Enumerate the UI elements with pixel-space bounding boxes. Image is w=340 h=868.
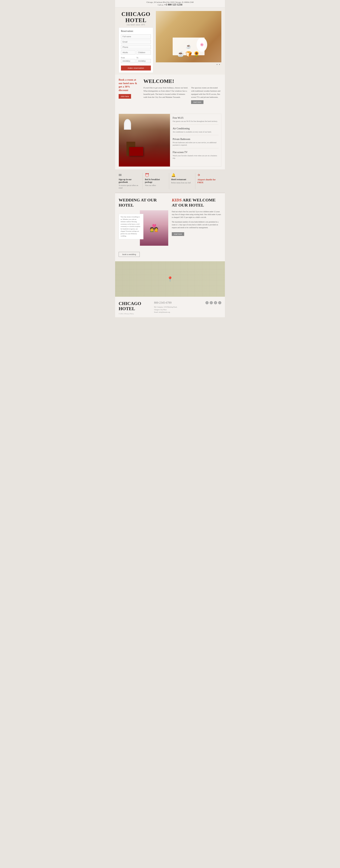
amenity-ac-title: Air Conditioning — [173, 127, 218, 130]
welcome-heading: Welcome! — [144, 78, 221, 84]
footer-address-line2: Glasgow City Place — [154, 308, 202, 311]
bell-icon: 🔔 — [171, 173, 193, 177]
footer-copyright: © 2011 | Privacy Policy — [119, 313, 151, 315]
plane-icon: ✈ — [197, 173, 219, 177]
footer-title: Chicago Hotel — [119, 301, 151, 311]
top-bar: Chicago, 28 Jackson Blvd Ste 1020 Chicag… — [115, 0, 225, 7]
amenity-wifi-desc: Our guests can use Wi-Fi for free throug… — [173, 120, 218, 123]
hotel-title: Chicago Hotel — [119, 11, 153, 23]
footer-address: My Company, 1234 Mainting Road, Glasgow … — [154, 306, 202, 313]
footer-right: f g+ in t — [206, 301, 221, 314]
promo-text: Book a room at our hotel now & get a 30%… — [119, 78, 140, 92]
amenities-list: Free Wi-Fi Our guests can use Wi-Fi for … — [170, 114, 221, 166]
phone-number: +1 800 123 1234 — [164, 3, 182, 6]
room-image — [119, 114, 170, 166]
hero-left: Chicago Hotel city hotel since 1975 Rese… — [119, 11, 156, 73]
from-label: From — [121, 57, 135, 59]
mail-icon: ✉ — [119, 173, 141, 177]
adults-input[interactable] — [121, 50, 135, 55]
kids-heading: Kids are Welcome at our Hotel — [172, 197, 221, 208]
reservation-heading: Reservation: — [121, 30, 151, 33]
wedding-image-box: Your day means everything to us. Whether… — [119, 210, 168, 249]
welcome-content: Welcome! If you'd like to get away from … — [144, 78, 221, 104]
phone-input[interactable] — [121, 45, 151, 49]
footer-section: Chicago Hotel © 2011 | Privacy Policy 80… — [115, 297, 225, 317]
amenities-section: Free Wi-Fi Our guests can use Wi-Fi for … — [115, 111, 225, 169]
twitter-icon[interactable]: t — [218, 301, 221, 304]
service-restaurant: 🔔 Hotel restaurant Perfect menu from our… — [169, 173, 195, 189]
hero-section: Chicago Hotel city hotel since 1975 Rese… — [115, 7, 225, 74]
amenities-inner: Free Wi-Fi Our guests can use Wi-Fi for … — [119, 114, 221, 167]
amenity-tv-desc: Watch your favorite channels even when y… — [173, 154, 218, 159]
linkedin-icon[interactable]: in — [214, 301, 217, 304]
footer-address-line3: Email: info@domain.org — [154, 311, 202, 313]
welcome-section: Book a room at our hotel now & get a 30%… — [115, 74, 225, 111]
service-breakfast[interactable]: ⏰ Bed & breakfast package View our offer… — [143, 173, 169, 189]
click-here-button[interactable]: click here — [119, 94, 131, 99]
hotel-logo: Chicago Hotel city hotel since 1975 — [119, 11, 153, 26]
hero-right: ☕ 🌸 • • — [156, 11, 221, 73]
service-restaurant-title: Hotel restaurant — [171, 178, 193, 181]
kids-col: Kids are Welcome at our Hotel Find out w… — [172, 197, 221, 257]
googleplus-icon[interactable]: g+ — [210, 301, 213, 304]
welcome-text-right: The spacious rooms are decorated with tr… — [191, 86, 221, 99]
fullname-input[interactable] — [121, 34, 151, 39]
kids-heading-red: Kids — [172, 198, 182, 202]
amenity-ac-desc: Air-conditioner is available at every ro… — [173, 131, 218, 133]
services-section: ✉ Sign up in our guestbook To receive sp… — [115, 169, 225, 193]
service-guestbook-desc: To receive special offers on email — [119, 184, 141, 189]
footer-left: Chicago Hotel © 2011 | Privacy Policy — [119, 301, 151, 314]
services-grid: ✉ Sign up in our guestbook To receive sp… — [119, 173, 221, 189]
amenity-wifi: Free Wi-Fi Our guests can use Wi-Fi for … — [173, 117, 218, 125]
social-icons: f g+ in t — [206, 301, 221, 304]
wedding-text-box: Your day means everything to us. Whether… — [119, 214, 144, 239]
from-date-input[interactable] — [121, 59, 135, 63]
map-pin-icon: 📍 — [167, 276, 173, 282]
hotel-subtitle: city hotel since 1975 — [119, 24, 153, 26]
kids-read-more-button[interactable]: read more — [172, 232, 184, 236]
address-line: Chicago, 28 Jackson Blvd Ste 1020 Chicag… — [115, 1, 225, 3]
wedding-col: Wedding at our hotel Your day means ever… — [119, 197, 168, 257]
service-guestbook-title: Sign up in our guestbook — [119, 178, 141, 184]
amenity-tv: Flat-screen TV Watch your favorite chann… — [173, 151, 218, 161]
service-airport-title: Airport shuttle for FREE — [197, 178, 219, 184]
service-breakfast-desc: View our offers — [145, 184, 167, 187]
amenity-bathroom-title: Private Bathroom — [173, 138, 218, 141]
reservation-form: Reservation: From To make reservation — [119, 27, 153, 73]
service-guestbook: ✉ Sign up in our guestbook To receive sp… — [119, 173, 143, 189]
to-date-input[interactable] — [136, 59, 151, 63]
wedding-body: Your day means everything to us. Whether… — [121, 216, 142, 237]
wedding-kids-section: Wedding at our hotel Your day means ever… — [115, 193, 225, 261]
amenity-ac: Air Conditioning Air-conditioner is avai… — [173, 127, 218, 135]
amenity-bathroom: Private Bathroom Private bathroom and to… — [173, 138, 218, 148]
kids-text2: The maximum number of extra beds/childre… — [172, 221, 221, 229]
promo-block: Book a room at our hotel now & get a 30%… — [119, 78, 140, 104]
wedding-heading: Wedding at our hotel — [119, 197, 168, 208]
service-breakfast-title: Bed & breakfast package — [145, 178, 167, 184]
make-reservation-button[interactable]: make reservation — [121, 66, 151, 70]
to-label: To — [136, 57, 151, 59]
wedding-image-inner: 💑 — [140, 210, 168, 246]
facebook-icon[interactable]: f — [206, 301, 209, 304]
service-airport: ✈ Airport shuttle for FREE — [195, 173, 221, 189]
clock-icon: ⏰ — [145, 173, 167, 177]
book-wedding-button[interactable]: book a wedding — [119, 252, 140, 257]
hero-dots[interactable]: • • — [156, 62, 221, 67]
email-input[interactable] — [121, 40, 151, 44]
footer-phone: 800-2345-6789 — [154, 301, 202, 304]
kids-text1: Find out what's free for your kid. Up to… — [172, 210, 221, 219]
amenity-wifi-title: Free Wi-Fi — [173, 117, 218, 119]
promo-col: Book a room at our hotel now & get a 30%… — [119, 78, 221, 104]
map-section: 📍 — [115, 261, 225, 297]
service-restaurant-desc: Perfect menu from our chef — [171, 182, 193, 184]
hero-image: ☕ 🌸 — [156, 11, 221, 62]
welcome-text-left: If you'd like to get away from holidays,… — [144, 86, 188, 99]
phone-label: Call us: — [158, 4, 164, 6]
children-input[interactable] — [136, 50, 151, 55]
welcome-read-more-button[interactable]: read more — [191, 100, 204, 104]
amenity-tv-title: Flat-screen TV — [173, 151, 218, 154]
footer-address-line1: My Company, 1234 Mainting Road, — [154, 306, 202, 308]
footer-center: 800-2345-6789 My Company, 1234 Mainting … — [154, 301, 202, 314]
footer-logo: Chicago Hotel — [119, 301, 151, 311]
amenity-bathroom-desc: Private bathroom and toilets are to your… — [173, 142, 218, 146]
